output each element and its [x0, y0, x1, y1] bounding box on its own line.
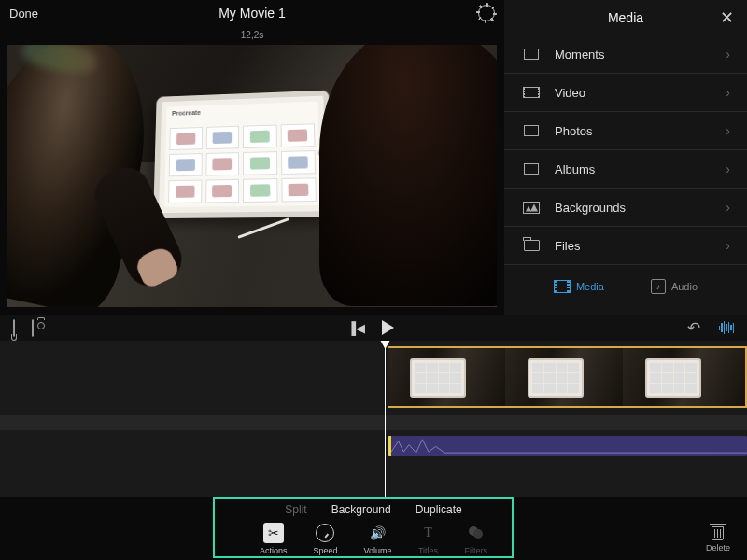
chevron-right-icon: ›: [726, 47, 730, 62]
preview-pane: Done My Movie 1 12,2s Procreate: [0, 0, 504, 315]
timeline[interactable]: Recording 2: [0, 341, 747, 497]
chevron-right-icon: ›: [726, 200, 730, 215]
undo-icon[interactable]: ↶: [687, 318, 700, 338]
video-track[interactable]: [388, 346, 747, 408]
tab-media[interactable]: Media: [554, 280, 604, 293]
square-icon: [521, 161, 542, 176]
media-panel: Media ✕ Moments› Video› Photos› Albums› …: [504, 0, 747, 315]
speedometer-icon: [315, 523, 335, 543]
media-category-list: Moments› Video› Photos› Albums› Backgrou…: [504, 35, 747, 265]
tool-titles[interactable]: TTitles: [418, 523, 439, 555]
square-icon: [521, 123, 542, 138]
mode-split[interactable]: Split: [285, 503, 306, 516]
media-item-albums[interactable]: Albums›: [504, 150, 747, 189]
tool-filters[interactable]: Filters: [465, 523, 488, 555]
square-icon: [521, 47, 542, 62]
settings-gear-icon[interactable]: [478, 5, 495, 21]
playhead[interactable]: [385, 341, 386, 497]
done-button[interactable]: Done: [9, 7, 38, 21]
clip-edit-toolbar: Split Background Duplicate ✂Actions Spee…: [0, 497, 747, 560]
music-note-icon: [651, 279, 666, 294]
microphone-icon[interactable]: [13, 320, 15, 336]
camera-icon[interactable]: [32, 320, 34, 336]
media-item-files[interactable]: Files›: [504, 227, 747, 265]
video-clip[interactable]: [388, 346, 505, 408]
chevron-right-icon: ›: [726, 123, 730, 138]
filmstrip-icon: [554, 280, 571, 293]
delete-button[interactable]: Delete: [706, 526, 730, 553]
media-item-backgrounds[interactable]: Backgrounds›: [504, 189, 747, 227]
media-item-moments[interactable]: Moments›: [504, 35, 747, 74]
waveform-toggle-icon[interactable]: [719, 321, 735, 334]
close-icon[interactable]: ✕: [720, 7, 734, 28]
media-item-photos[interactable]: Photos›: [504, 112, 747, 150]
video-preview[interactable]: Procreate: [7, 45, 497, 307]
text-icon: T: [418, 523, 439, 543]
trash-icon: [712, 526, 724, 540]
audio-clip[interactable]: Recording 2: [388, 436, 747, 456]
chevron-right-icon: ›: [726, 85, 730, 100]
filters-icon: [466, 523, 486, 543]
filmstrip-icon: [521, 85, 542, 100]
tab-audio[interactable]: Audio: [651, 279, 698, 294]
speaker-icon: 🔊: [368, 523, 388, 543]
video-clip[interactable]: [623, 346, 747, 408]
backgrounds-icon: [521, 200, 542, 215]
mode-background[interactable]: Background: [331, 503, 391, 516]
skip-to-start-icon[interactable]: ▐◀: [347, 321, 365, 335]
media-panel-title: Media: [608, 10, 643, 25]
transport-controls: ▐◀ ↶: [0, 315, 747, 341]
play-icon[interactable]: [382, 320, 394, 335]
chevron-right-icon: ›: [726, 161, 730, 176]
chevron-right-icon: ›: [726, 238, 730, 253]
video-clip[interactable]: [505, 346, 623, 408]
tool-volume[interactable]: 🔊Volume: [364, 523, 392, 555]
mode-duplicate[interactable]: Duplicate: [416, 503, 462, 516]
tool-actions[interactable]: ✂Actions: [260, 523, 288, 555]
project-title: My Movie 1: [218, 6, 286, 21]
tool-speed[interactable]: Speed: [313, 523, 337, 555]
media-item-video[interactable]: Video›: [504, 74, 747, 112]
scissors-icon: ✂: [263, 523, 284, 543]
folder-icon: [521, 238, 542, 253]
time-indicator: 12,2s: [241, 30, 263, 40]
